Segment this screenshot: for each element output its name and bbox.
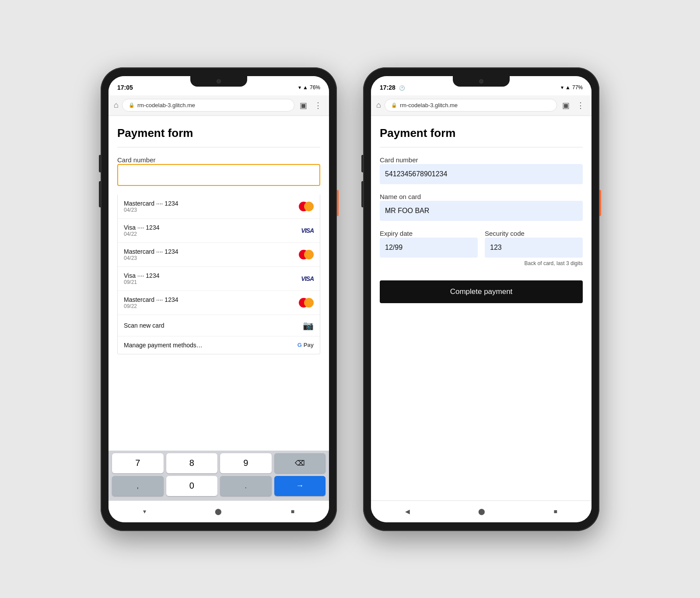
suggestion-expiry-3: 09/21: [124, 279, 159, 285]
key-8[interactable]: 8: [166, 453, 218, 473]
right-security-code-label: Security code: [485, 230, 525, 237]
power-button: [337, 190, 339, 216]
left-time: 17:05: [117, 84, 133, 91]
right-status-icons: 17:28 🕐 ▾ ▲ 77%: [371, 76, 592, 95]
keyboard-row-1: 7 8 9 ⌫: [108, 451, 329, 473]
list-item[interactable]: Mastercard ···· 1234 09/22: [118, 291, 320, 315]
volume-up-button: [99, 155, 101, 172]
key-next[interactable]: →: [274, 476, 326, 496]
right-recents-nav-icon[interactable]: ■: [545, 504, 566, 518]
suggestion-info-1: Visa ···· 1234 04/22: [124, 224, 159, 237]
key-9[interactable]: 9: [220, 453, 272, 473]
right-expiry-security-row: Expiry date 12/99 Security code 123 Back…: [380, 230, 583, 266]
right-expiry-value[interactable]: 12/99: [380, 238, 478, 258]
scan-new-card-label: Scan new card: [124, 322, 164, 329]
left-status-icons: 17:05 ▾ ▲ 76%: [108, 76, 329, 95]
battery-icon: 76%: [310, 84, 320, 91]
suggestion-name-2: Mastercard ···· 1234: [124, 248, 178, 255]
signal-icon: ▲: [303, 84, 308, 91]
left-status-bar: 17:05 ▾ ▲ 76%: [108, 76, 329, 95]
left-status-right: ▾ ▲ 76%: [298, 84, 320, 91]
right-wifi-icon: ▾: [561, 84, 564, 91]
right-expiry-col: Expiry date 12/99: [380, 230, 478, 266]
suggestion-name-3: Visa ···· 1234: [124, 272, 159, 279]
scan-new-card-item[interactable]: Scan new card 📷: [118, 315, 320, 336]
right-home-icon[interactable]: ⌂: [376, 101, 381, 110]
list-item[interactable]: Mastercard ···· 1234 04/23: [118, 195, 320, 219]
key-delete[interactable]: ⌫: [274, 453, 326, 473]
left-card-number-input[interactable]: [117, 164, 320, 186]
back-nav-icon[interactable]: ▾: [134, 504, 155, 518]
suggestion-expiry-4: 09/22: [124, 303, 178, 309]
mastercard-logo-4: [299, 298, 314, 308]
right-name-on-card-label: Name on card: [380, 193, 421, 200]
mc-right-circle: [304, 250, 314, 259]
manage-payment-methods-item[interactable]: Manage payment methods… GPay: [118, 336, 320, 354]
suggestion-expiry-2: 04/23: [124, 255, 178, 261]
left-page-content: Payment form Card number Mastercard ····…: [108, 116, 329, 451]
right-lock-icon: 🔒: [391, 102, 397, 108]
right-url-bar[interactable]: 🔒 rm-codelab-3.glitch.me: [385, 99, 557, 112]
left-card-number-group: Card number: [117, 156, 320, 186]
suggestion-expiry-0: 04/23: [124, 207, 178, 213]
mc-right-circle: [304, 298, 314, 308]
right-card-number-group: Card number 5412345678901234: [380, 156, 583, 184]
visa-logo-3: VISA: [301, 275, 314, 282]
right-page-content: Payment form Card number 541234567890123…: [371, 116, 592, 500]
right-back-nav-icon[interactable]: ◀: [396, 504, 419, 518]
suggestion-expiry-1: 04/22: [124, 231, 159, 237]
list-item[interactable]: Visa ···· 1234 04/22 VISA: [118, 219, 320, 243]
right-name-on-card-value[interactable]: MR FOO BAR: [380, 201, 583, 221]
left-card-number-label: Card number: [117, 156, 156, 164]
complete-payment-button[interactable]: Complete payment: [380, 280, 583, 303]
right-phone-screen: 17:28 🕐 ▾ ▲ 77% ⌂ 🔒 rm-codelab-3.glitch.…: [371, 76, 592, 522]
left-suggestions-list: Mastercard ···· 1234 04/23 Visa ···· 123…: [117, 195, 320, 354]
key-0[interactable]: 0: [166, 476, 218, 496]
left-bottom-nav: ▾ ⬤ ■: [108, 500, 329, 522]
list-item[interactable]: Visa ···· 1234 09/21 VISA: [118, 267, 320, 291]
home-icon[interactable]: ⌂: [114, 101, 119, 110]
right-bottom-nav: ◀ ⬤ ■: [371, 500, 592, 522]
camera-icon: 📷: [303, 320, 314, 331]
right-time: 17:28 🕐: [380, 84, 405, 91]
right-url-text: rm-codelab-3.glitch.me: [400, 102, 458, 108]
key-period[interactable]: .: [220, 476, 272, 496]
right-battery-icon: 77%: [572, 84, 583, 91]
left-phone: 17:05 ▾ ▲ 76% ⌂ 🔒 rm-codelab-3.glitch.me…: [101, 67, 337, 531]
time-text: 17:28: [380, 84, 396, 91]
right-title-divider: [380, 147, 583, 147]
key-7[interactable]: 7: [112, 453, 164, 473]
home-nav-icon[interactable]: ⬤: [206, 504, 231, 518]
left-page-title: Payment form: [117, 126, 320, 140]
right-browser-bar: ⌂ 🔒 rm-codelab-3.glitch.me ▣ ⋮: [371, 95, 592, 116]
right-card-number-label: Card number: [380, 156, 418, 164]
right-card-number-value[interactable]: 5412345678901234: [380, 164, 583, 184]
right-volume-up-button: [361, 155, 363, 172]
more-options-icon[interactable]: ⋮: [312, 99, 324, 112]
left-url-bar[interactable]: 🔒 rm-codelab-3.glitch.me: [122, 99, 294, 112]
right-more-options-icon[interactable]: ⋮: [575, 99, 586, 112]
right-signal-icon: ▲: [565, 84, 570, 91]
keyboard-row-2: , 0 . →: [108, 473, 329, 500]
right-security-code-value[interactable]: 123: [485, 238, 583, 258]
right-home-nav-icon[interactable]: ⬤: [469, 504, 494, 518]
suggestion-name-0: Mastercard ···· 1234: [124, 200, 178, 207]
left-browser-bar: ⌂ 🔒 rm-codelab-3.glitch.me ▣ ⋮: [108, 95, 329, 116]
mastercard-logo-0: [299, 202, 314, 211]
right-complete-btn-wrapper: Complete payment: [380, 277, 583, 303]
right-power-button: [599, 190, 601, 216]
recents-nav-icon[interactable]: ■: [282, 504, 303, 518]
right-status-bar: 17:28 🕐 ▾ ▲ 77%: [371, 76, 592, 95]
right-name-on-card-group: Name on card MR FOO BAR: [380, 193, 583, 221]
key-comma[interactable]: ,: [112, 476, 164, 496]
right-volume-down-button: [361, 181, 363, 207]
list-item[interactable]: Mastercard ···· 1234 04/23: [118, 243, 320, 267]
left-title-divider: [117, 147, 320, 147]
suggestion-info-2: Mastercard ···· 1234 04/23: [124, 248, 178, 261]
tab-switcher-icon[interactable]: ▣: [298, 99, 309, 112]
right-tab-switcher-icon[interactable]: ▣: [560, 99, 571, 112]
clock-status-icon: 🕐: [399, 85, 405, 91]
left-phone-screen: 17:05 ▾ ▲ 76% ⌂ 🔒 rm-codelab-3.glitch.me…: [108, 76, 329, 522]
mastercard-logo-2: [299, 250, 314, 259]
right-status-right: ▾ ▲ 77%: [561, 84, 583, 91]
